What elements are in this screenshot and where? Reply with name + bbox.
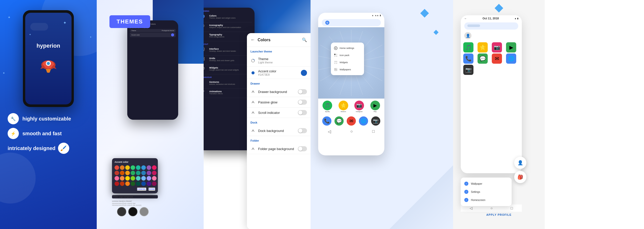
color-amber[interactable] [125, 171, 130, 175]
menu-animations[interactable]: Animations Transition effects [204, 89, 252, 98]
scroll-indicator-toggle[interactable] [298, 110, 307, 115]
behaviour-label: Behaviour [204, 76, 252, 78]
back-icon[interactable]: ← [464, 17, 467, 20]
color-lime[interactable] [131, 176, 135, 181]
color-lavender[interactable] [147, 176, 151, 181]
action-person[interactable]: 👤 [514, 157, 526, 169]
menu-homescreen[interactable]: ✓ Homescreen [461, 196, 512, 204]
action-bag[interactable]: 🎒 [514, 171, 526, 183]
circle-black[interactable] [128, 207, 137, 216]
home-nav-p[interactable]: ○ [491, 206, 493, 210]
color-purple[interactable] [147, 165, 151, 170]
profile-app-play[interactable]: ▶ [506, 42, 516, 52]
passive-glow-row[interactable]: Passive glow [247, 97, 311, 107]
color-orange[interactable] [120, 165, 124, 170]
app-play[interactable]: ▶ Play [368, 101, 383, 112]
color-cyan[interactable] [136, 176, 141, 181]
color-darkpurple[interactable] [147, 171, 151, 175]
context-icon-pack[interactable]: Icon pack [331, 52, 364, 59]
folder-bg-row[interactable]: Folder page background [247, 144, 311, 154]
dock-messages[interactable]: 💬 [334, 116, 344, 126]
color-darkred[interactable] [115, 171, 119, 175]
color-deeporange[interactable] [120, 181, 124, 186]
color-yellow[interactable] [125, 165, 130, 170]
back-arrow-icon[interactable]: ← [250, 37, 255, 43]
color-deepgreen[interactable] [131, 181, 135, 186]
app-instagram[interactable]: 📷 Instagram [352, 101, 367, 112]
theme-row[interactable]: Theme Light theme [247, 55, 311, 67]
diamond-deco-2 [433, 30, 439, 35]
drawer-bg-row[interactable]: Drawer background [247, 87, 311, 97]
dock-bg-row[interactable]: Dock background [247, 126, 311, 136]
scroll-indicator-row[interactable]: Scroll indicator [247, 107, 311, 118]
color-deepred[interactable] [115, 181, 119, 186]
dock-mail[interactable]: ✉ [347, 116, 356, 126]
color-blue[interactable] [141, 165, 146, 170]
profile-app-msg[interactable]: 💬 [478, 53, 488, 64]
color-deeppink[interactable] [152, 181, 157, 186]
recents-nav-p[interactable]: □ [511, 206, 513, 210]
color-darkgreen[interactable] [131, 171, 135, 175]
color-darkblue[interactable] [141, 171, 146, 175]
context-wallpapers[interactable]: Wallpapers [331, 66, 364, 73]
color-lightblue[interactable] [141, 176, 146, 181]
color-rose[interactable] [152, 176, 157, 181]
drawer-bg-toggle[interactable] [298, 89, 307, 94]
color-lightpink[interactable] [115, 176, 119, 181]
profile-phone: ← Oct 11, 2018 ▲ ▮ 👤 🎵 🌟 📷 ▶ 📞 💬 ✉ 🌐 [461, 15, 522, 173]
profile-app-spotify[interactable]: 🎵 [463, 42, 473, 52]
color-salmon[interactable] [120, 176, 124, 181]
color-deepamber[interactable] [125, 181, 130, 186]
color-deepteal[interactable] [136, 181, 141, 186]
back-nav-p[interactable]: ◁ [470, 206, 472, 210]
menu-settings[interactable]: ✓ Settings [461, 188, 512, 196]
circle-gray[interactable] [139, 207, 149, 216]
home-nav-icon[interactable]: ○ [350, 129, 353, 134]
menu-gestures[interactable]: Gestures Actions, behaviour and shortcut… [204, 79, 252, 89]
menu-wallpaper[interactable]: ✓ Wallpaper [461, 180, 512, 188]
done-button[interactable]: DONE [148, 187, 155, 191]
color-green[interactable] [131, 165, 135, 170]
menu-grids[interactable]: Grids Desktop, dock and drawer grids [204, 56, 252, 65]
menu-iconography[interactable]: Iconography Adaptive shapes and icon cus… [204, 22, 252, 32]
passive-glow-toggle[interactable] [298, 100, 307, 105]
color-gold[interactable] [125, 176, 130, 181]
app-stickers[interactable]: 🌟 Stickers [336, 101, 351, 112]
app-spotify[interactable]: 🎵 Spotify [320, 101, 335, 112]
context-widgets[interactable]: Widgets [331, 59, 364, 66]
color-darkteal[interactable] [136, 171, 141, 175]
accent-row[interactable]: Accent color #1A73E8 [247, 67, 311, 79]
search-icon[interactable]: 🔍 [302, 37, 307, 42]
menu-typography[interactable]: T Typography Font configurations [204, 32, 252, 41]
color-deepblue[interactable] [141, 181, 146, 186]
context-home-settings[interactable]: Home settings [331, 45, 364, 52]
recents-nav-icon[interactable]: □ [372, 129, 375, 134]
profile-app-chrome[interactable]: 🌐 [506, 53, 516, 64]
dock-chrome[interactable]: 🌐 [359, 116, 368, 126]
color-darkpink[interactable] [152, 171, 157, 175]
menu-colors[interactable]: Colors Theme, drawer and widget colors [204, 13, 252, 22]
profile-search[interactable] [464, 22, 518, 30]
back-nav-icon[interactable]: ◁ [328, 129, 331, 134]
profile-app-instagram[interactable]: 📷 [492, 42, 502, 52]
color-deeppurple[interactable] [147, 181, 151, 186]
home-search-bar[interactable]: G [322, 19, 381, 26]
color-pink[interactable] [152, 165, 157, 170]
color-darkorange[interactable] [120, 171, 124, 175]
profile-app-stickers[interactable]: 🌟 [478, 42, 488, 52]
color-red[interactable] [115, 165, 119, 170]
circle-dark[interactable] [117, 207, 126, 216]
dock-camera[interactable]: 📷 [371, 116, 380, 126]
menu-interface[interactable]: Interface Desktop, drawer and dock tweak… [204, 46, 252, 56]
profile-app-mail[interactable]: ✉ [492, 53, 502, 64]
dock-phone[interactable]: 📞 [322, 116, 331, 126]
dock-bg-toggle[interactable] [298, 128, 307, 133]
color-teal[interactable] [136, 165, 141, 170]
cancel-button[interactable]: CANCEL [137, 187, 146, 191]
profile-app-camera[interactable]: 📷 [463, 65, 473, 75]
folder-bg-toggle[interactable] [298, 146, 307, 151]
profile-app-phone[interactable]: 📞 [463, 53, 473, 64]
apply-profile-button[interactable]: APPLY PROFILE [486, 213, 511, 216]
menu-widgets[interactable]: Widgets Google search bar and smart widg… [204, 65, 252, 74]
intro-phone: ✦ ✦ hyperion [23, 10, 74, 107]
